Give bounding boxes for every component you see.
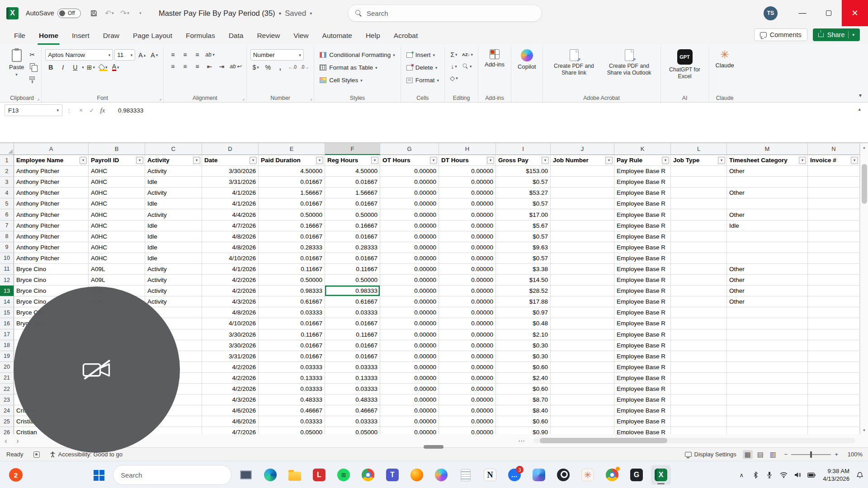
cell-J15[interactable] (551, 307, 614, 318)
cell-J26[interactable] (551, 427, 614, 434)
cell-E15[interactable]: 0.03333 (259, 307, 325, 318)
cell-E23[interactable]: 0.48333 (259, 394, 325, 405)
cell-F21[interactable]: 0.13333 (325, 373, 380, 384)
cell-G22[interactable]: 0.00000 (380, 384, 439, 394)
cell-L20[interactable] (671, 362, 727, 373)
chatgpt-button[interactable]: GPT ChatGPT for Excel (665, 47, 705, 94)
chrome-icon[interactable] (358, 465, 378, 485)
cell-N17[interactable] (808, 329, 860, 340)
cell-J10[interactable] (551, 253, 614, 264)
cell-H11[interactable]: 0.00000 (439, 264, 496, 275)
wrap-text-button[interactable]: ab↩ (228, 61, 242, 71)
header-cell-A[interactable]: Employee Name▾ (14, 155, 89, 166)
cell-M5[interactable] (727, 198, 808, 209)
cell-D25[interactable]: 4/6/2026 (202, 416, 259, 427)
increase-indent-button[interactable]: ⇥ (216, 61, 227, 71)
cell-D16[interactable]: 4/10/2026 (202, 318, 259, 329)
column-header-K[interactable]: K (614, 143, 671, 155)
cell-K21[interactable]: Employee Base R (614, 373, 671, 384)
user-avatar[interactable]: TS (764, 6, 778, 20)
cell-J8[interactable] (551, 231, 614, 242)
fill-button[interactable]: ↓▾ (448, 61, 459, 71)
cell-J21[interactable] (551, 373, 614, 384)
font-name-combo[interactable]: Aptos Narrow▾ (45, 49, 113, 61)
cell-I24[interactable]: $8.40 (496, 405, 551, 416)
row-header-18[interactable]: 18 (0, 340, 14, 351)
vertical-scroll-thumb[interactable] (862, 164, 867, 204)
cell-I15[interactable]: $0.97 (496, 307, 551, 318)
cell-G21[interactable]: 0.00000 (380, 373, 439, 384)
header-cell-F[interactable]: Reg Hours▾ (325, 155, 380, 166)
cell-F5[interactable]: 0.01667 (325, 198, 380, 209)
increase-decimal-button[interactable]: ←.0 (287, 62, 298, 72)
hidden-icons-chevron[interactable]: ∧ (737, 469, 746, 480)
copilot-button[interactable]: Copilot (515, 47, 538, 94)
create-pdf-share-link-button[interactable]: Create PDF and Share link (547, 47, 602, 94)
borders-button[interactable]: ⊞▾ (85, 62, 96, 72)
filter-button-H[interactable]: ▾ (487, 157, 494, 164)
tab-page-layout[interactable]: Page Layout (126, 26, 179, 45)
cell-K10[interactable]: Employee Base R (614, 253, 671, 264)
row-header-12[interactable]: 12 (0, 275, 14, 286)
comma-style-button[interactable]: , (275, 62, 286, 72)
edge-icon[interactable] (260, 465, 280, 485)
cell-N12[interactable] (808, 275, 860, 286)
cell-M19[interactable] (727, 351, 808, 362)
tab-draw[interactable]: Draw (96, 26, 126, 45)
cell-H21[interactable]: 0.00000 (439, 373, 496, 384)
cell-I11[interactable]: $3.38 (496, 264, 551, 275)
cell-I20[interactable]: $0.60 (496, 362, 551, 373)
cell-K23[interactable]: Employee Base R (614, 394, 671, 405)
cell-N4[interactable] (808, 188, 860, 198)
cell-G20[interactable]: 0.00000 (380, 362, 439, 373)
cell-E17[interactable]: 0.11667 (259, 329, 325, 340)
cell-F25[interactable]: 0.03333 (325, 416, 380, 427)
comments-button[interactable]: Comments (754, 28, 807, 41)
row-header-21[interactable]: 21 (0, 373, 14, 384)
cell-K12[interactable]: Employee Base R (614, 275, 671, 286)
filter-button-A[interactable]: ▾ (80, 157, 87, 164)
cell-E2[interactable]: 4.50000 (259, 166, 325, 177)
cell-M12[interactable]: Other (727, 275, 808, 286)
row-header-2[interactable]: 2 (0, 166, 14, 177)
cell-E11[interactable]: 0.11667 (259, 264, 325, 275)
alignment-dialog-launcher[interactable]: ⌟ (242, 96, 245, 101)
formula-input[interactable]: 0.983333 (118, 107, 143, 114)
cell-A3[interactable]: Anthony Pitcher (14, 177, 89, 188)
cell-H5[interactable]: 0.00000 (439, 198, 496, 209)
search-box[interactable]: Search (348, 5, 542, 22)
cell-J13[interactable] (551, 286, 614, 296)
cell-E6[interactable]: 0.50000 (259, 209, 325, 220)
cell-E21[interactable]: 0.13333 (259, 373, 325, 384)
cell-M14[interactable]: Other (727, 296, 808, 307)
obs-icon[interactable] (553, 465, 573, 485)
row-header-14[interactable]: 14 (0, 296, 14, 307)
cell-D3[interactable]: 3/31/2026 (202, 177, 259, 188)
cell-D2[interactable]: 3/30/2026 (202, 166, 259, 177)
cell-K14[interactable]: Employee Base R (614, 296, 671, 307)
horizontal-scrollbar[interactable] (533, 438, 855, 443)
cell-L21[interactable] (671, 373, 727, 384)
cell-L17[interactable] (671, 329, 727, 340)
cell-M9[interactable] (727, 242, 808, 253)
macro-record-icon[interactable] (33, 451, 40, 458)
cell-F6[interactable]: 0.50000 (325, 209, 380, 220)
autosum-button[interactable]: Σ▾ (448, 49, 459, 60)
cell-G10[interactable]: 0.00000 (380, 253, 439, 264)
cell-F23[interactable]: 0.48333 (325, 394, 380, 405)
percent-style-button[interactable]: % (263, 62, 274, 72)
column-header-D[interactable]: D (202, 143, 259, 155)
cell-M22[interactable] (727, 384, 808, 394)
cell-G12[interactable]: 0.00000 (380, 275, 439, 286)
cell-K11[interactable]: Employee Base R (614, 264, 671, 275)
cell-D7[interactable]: 4/7/2026 (202, 221, 259, 231)
row-header-19[interactable]: 19 (0, 351, 14, 362)
row-header-15[interactable]: 15 (0, 307, 14, 318)
center-button[interactable]: ≡ (179, 61, 190, 71)
cell-H7[interactable]: 0.00000 (439, 221, 496, 231)
file-explorer-icon[interactable] (285, 465, 305, 485)
row-header-13[interactable]: 13 (0, 286, 14, 296)
cell-L26[interactable] (671, 427, 727, 434)
cell-F12[interactable]: 0.50000 (325, 275, 380, 286)
cell-M4[interactable]: Other (727, 188, 808, 198)
